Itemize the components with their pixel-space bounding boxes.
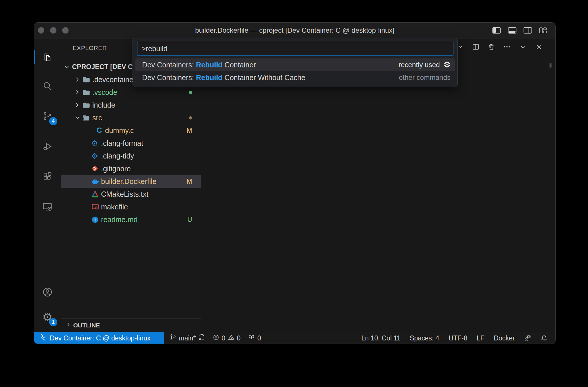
chevron-down-icon[interactable] <box>74 114 82 121</box>
status-bar: Dev Container: C @ desktop-linux main* 0… <box>34 332 555 344</box>
tree-row-.vscode[interactable]: .vscode <box>61 86 201 99</box>
explorer-icon <box>42 52 53 62</box>
chevron-right-icon[interactable] <box>74 89 82 96</box>
command-palette-input[interactable]: >rebuild <box>137 42 453 56</box>
command-meta: other commands <box>399 73 451 82</box>
ports-status-item[interactable]: 0 <box>248 334 261 342</box>
tree-item-label: dummy.c <box>105 126 134 135</box>
command-palette: >rebuild Dev Containers: Rebuild Contain… <box>133 38 458 87</box>
command-palette-results: Dev Containers: Rebuild Containerrecentl… <box>133 58 457 84</box>
toggle-secondary-sidebar-icon[interactable] <box>523 27 532 34</box>
activity-bar-item-explorer[interactable] <box>34 47 61 67</box>
titlebar-layout-actions <box>492 23 547 38</box>
tree-item-label: .devcontainer <box>92 75 136 84</box>
tree-row-.clang-tidy[interactable]: ⚙.clang-tidy <box>61 150 201 162</box>
command-label: Dev Containers: Rebuild Container Withou… <box>142 73 305 82</box>
panel-scrollbar-thumb[interactable] <box>550 63 552 68</box>
gear-file-icon: ⚙ <box>91 152 101 160</box>
cursor-position-item[interactable]: Ln 10, Col 11 <box>361 334 400 342</box>
gear-file-icon: ⚙ <box>91 139 101 147</box>
c-file-icon: C <box>95 126 105 134</box>
notifications-bell-icon[interactable] <box>541 335 548 342</box>
tree-row-include[interactable]: include <box>61 99 201 111</box>
tree-row-makefile[interactable]: makefile <box>61 200 201 213</box>
tree-row-.gitignore[interactable]: .gitignore <box>61 162 201 175</box>
customize-layout-icon[interactable] <box>539 27 547 34</box>
chevron-down-icon[interactable] <box>63 63 72 70</box>
restore-panel-chevron-down-icon[interactable] <box>519 43 527 51</box>
panel-toolbar <box>446 43 543 51</box>
window-title: builder.Dockerfile — cproject [Dev Conta… <box>34 26 555 34</box>
tree-row-dummy.c[interactable]: Cdummy.cM <box>61 124 201 137</box>
problems-status-item[interactable]: 0 0 <box>213 334 241 342</box>
radio-tower-icon <box>248 334 255 342</box>
terminal-dropdown-chevron-icon[interactable] <box>457 44 463 50</box>
git-status-badge: M <box>187 127 192 134</box>
toggle-panel-icon[interactable] <box>508 27 517 34</box>
search-icon <box>42 81 53 91</box>
command-result-rebuild-container-without-cache[interactable]: Dev Containers: Rebuild Container Withou… <box>135 71 455 84</box>
folder-open-file-icon <box>82 114 92 122</box>
tree-item-label: .clang-format <box>101 139 143 148</box>
vscode-window: builder.Dockerfile — cproject [Dev Conta… <box>34 23 555 344</box>
errors-icon <box>213 334 219 342</box>
tree-row-cmakelists.txt[interactable]: CMakeLists.txt <box>61 188 201 200</box>
git-status-badge: M <box>187 178 192 185</box>
folder-file-icon <box>82 89 92 96</box>
command-meta: recently used⚙ <box>398 61 451 69</box>
split-terminal-icon[interactable] <box>472 43 479 51</box>
activity-bar-item-accounts[interactable] <box>34 282 61 302</box>
command-label: Dev Containers: Rebuild Container <box>142 61 256 69</box>
remote-indicator[interactable]: Dev Container: C @ desktop-linux <box>34 332 164 344</box>
kill-terminal-trash-icon[interactable] <box>488 43 495 51</box>
tree-row-readme.md[interactable]: readme.mdU <box>61 213 201 226</box>
folder-file-icon <box>82 76 92 84</box>
accounts-icon <box>42 287 53 298</box>
indentation-item[interactable]: Spaces: 4 <box>410 334 439 342</box>
run-debug-icon <box>42 141 53 152</box>
branch-status-item[interactable]: main* <box>170 334 205 342</box>
tree-item-label: builder.Dockerfile <box>101 177 157 186</box>
encoding-item[interactable]: UTF-8 <box>449 334 467 342</box>
activity-bar: 4⚙1 <box>34 38 61 332</box>
close-window-button[interactable] <box>38 27 44 34</box>
warnings-icon <box>228 334 235 342</box>
activity-bar-item-source-control[interactable]: 4 <box>34 106 61 126</box>
chevron-right-icon[interactable] <box>74 76 82 83</box>
panel-more-actions-icon[interactable] <box>503 43 511 51</box>
tree-row-builder.dockerfile[interactable]: builder.DockerfileM <box>61 175 201 188</box>
remote-label: Dev Container: C @ desktop-linux <box>50 334 150 342</box>
git-decoration-dot <box>189 116 192 119</box>
titlebar: builder.Dockerfile — cproject [Dev Conta… <box>34 23 555 38</box>
sync-icon <box>198 334 205 342</box>
configure-keybinding-gear-icon[interactable]: ⚙ <box>443 61 451 69</box>
folder-file-icon <box>82 101 92 109</box>
outline-label: OUTLINE <box>73 322 100 329</box>
tree-item-label: include <box>92 101 115 109</box>
tree-row-.clang-format[interactable]: ⚙.clang-format <box>61 137 201 150</box>
feedback-icon[interactable] <box>524 335 531 342</box>
warnings-count: 0 <box>237 334 241 342</box>
close-panel-icon[interactable] <box>535 43 543 51</box>
git-status-badge: U <box>187 216 192 224</box>
tree-row-src[interactable]: src <box>61 111 201 124</box>
toggle-primary-sidebar-icon[interactable] <box>492 27 501 34</box>
activity-bar-item-settings[interactable]: ⚙1 <box>34 307 61 327</box>
command-result-rebuild-container[interactable]: Dev Containers: Rebuild Containerrecentl… <box>135 58 455 71</box>
activity-bar-item-run-debug[interactable] <box>34 137 61 156</box>
match-highlight: Rebuild <box>196 61 223 69</box>
source-control-badge: 4 <box>49 117 57 125</box>
activity-bar-item-extensions[interactable] <box>34 167 61 187</box>
chevron-right-icon <box>65 321 71 329</box>
svg-text:C: C <box>97 126 102 134</box>
activity-bar-item-search[interactable] <box>34 76 61 96</box>
branch-label: main* <box>179 334 196 342</box>
activity-bar-item-remote-explorer[interactable] <box>34 197 61 217</box>
outline-section-header[interactable]: OUTLINE <box>61 318 201 332</box>
docker-file-icon <box>91 178 101 185</box>
zoom-window-button[interactable] <box>62 27 69 34</box>
chevron-right-icon[interactable] <box>74 102 82 108</box>
minimize-window-button[interactable] <box>50 27 56 34</box>
language-mode-item[interactable]: Docker <box>494 334 515 342</box>
eol-item[interactable]: LF <box>477 334 484 342</box>
